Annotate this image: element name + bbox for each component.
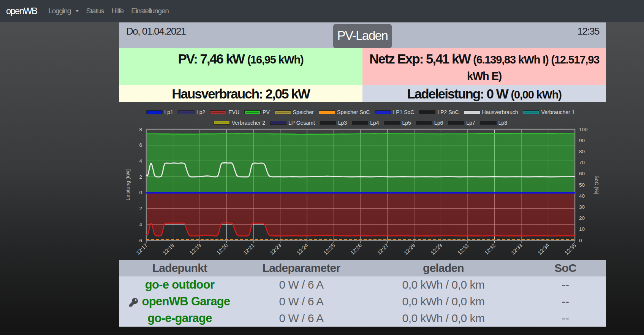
svg-text:12:19: 12:19 [188,242,202,256]
svg-text:12:33: 12:33 [510,242,524,256]
svg-text:70: 70 [579,160,585,165]
svg-text:20: 20 [579,215,585,221]
svg-text:12:17: 12:17 [135,242,149,256]
svg-text:60: 60 [579,171,585,176]
svg-text:12:29: 12:29 [430,242,443,256]
svg-text:12:20: 12:20 [215,242,229,256]
svg-text:4: 4 [139,158,142,164]
svg-text:12:32: 12:32 [483,242,497,256]
svg-text:80: 80 [579,149,585,154]
svg-text:8: 8 [139,127,142,132]
svg-text:0: 0 [139,190,142,195]
svg-text:12:25: 12:25 [323,242,336,256]
svg-text:0: 0 [579,238,582,243]
svg-text:Leistung [kW]: Leistung [kW] [125,169,131,200]
svg-text:100: 100 [579,127,588,132]
svg-text:12:28: 12:28 [403,242,416,256]
svg-text:SoC [%]: SoC [%] [594,175,600,194]
svg-text:12:24: 12:24 [296,242,309,256]
svg-text:50: 50 [579,182,585,188]
svg-text:30: 30 [579,204,585,210]
svg-text:12:34: 12:34 [537,242,551,256]
svg-text:10: 10 [579,226,585,232]
svg-text:40: 40 [579,193,585,199]
svg-text:12:31: 12:31 [456,242,470,256]
svg-text:12:21: 12:21 [242,242,256,256]
svg-text:-6: -6 [138,238,142,243]
svg-text:6: 6 [139,142,142,148]
svg-text:12:26: 12:26 [349,242,363,256]
svg-text:12:18: 12:18 [162,242,176,256]
svg-text:90: 90 [579,138,585,143]
svg-text:12:35: 12:35 [563,242,577,256]
svg-text:-4: -4 [138,222,142,227]
svg-text:12:23: 12:23 [269,242,283,256]
svg-text:-2: -2 [138,206,142,211]
svg-text:12:27: 12:27 [376,242,390,256]
svg-text:2: 2 [139,174,142,180]
